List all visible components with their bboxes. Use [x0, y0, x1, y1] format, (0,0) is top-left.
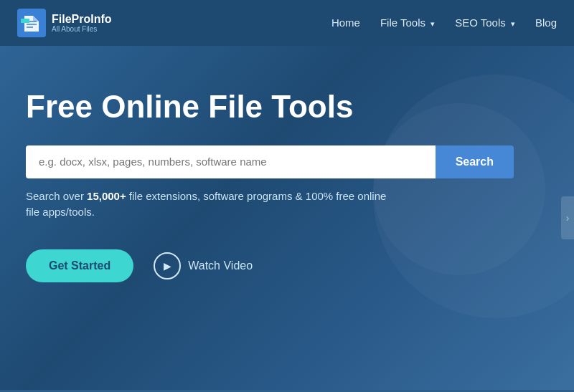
logo-subtitle: All About Files: [52, 25, 112, 33]
cta-row: Get Started ▶ Watch Video: [26, 249, 548, 282]
nav-links: Home File Tools ▾ SEO Tools ▾ Blog: [331, 16, 557, 29]
nav-seo-tools-link[interactable]: SEO Tools ▾: [455, 16, 515, 29]
play-icon: ▶: [154, 252, 181, 279]
logo-title: FileProInfo: [52, 13, 112, 26]
nav-blog-link[interactable]: Blog: [535, 16, 557, 29]
watch-video-label: Watch Video: [188, 259, 253, 272]
get-started-button[interactable]: Get Started: [26, 249, 133, 282]
logo[interactable]: FileProInfo All About Files: [17, 9, 112, 37]
nav-home[interactable]: Home: [331, 16, 360, 29]
search-input[interactable]: [26, 145, 436, 178]
description-prefix: Search over: [26, 190, 87, 202]
nav-blog[interactable]: Blog: [535, 16, 557, 29]
watch-video-link[interactable]: ▶ Watch Video: [154, 252, 253, 279]
navbar: FileProInfo All About Files Home File To…: [0, 0, 574, 46]
nav-home-link[interactable]: Home: [331, 16, 360, 29]
logo-icon: [17, 9, 46, 37]
file-tools-chevron-icon: ▾: [430, 19, 435, 28]
nav-seo-tools[interactable]: SEO Tools ▾: [455, 16, 515, 29]
scroll-hint: [561, 196, 574, 239]
hero-title: Free Online File Tools: [26, 89, 548, 125]
hero-section: Free Online File Tools Search Search ove…: [0, 46, 574, 390]
search-description: Search over 15,000+ file extensions, sof…: [26, 188, 399, 221]
search-button[interactable]: Search: [436, 145, 514, 178]
nav-file-tools[interactable]: File Tools ▾: [380, 16, 435, 29]
seo-tools-chevron-icon: ▾: [511, 19, 515, 28]
description-highlight: 15,000+: [87, 190, 126, 202]
nav-file-tools-link[interactable]: File Tools ▾: [380, 16, 435, 29]
logo-text: FileProInfo All About Files: [52, 13, 112, 34]
search-bar: Search: [26, 145, 514, 178]
